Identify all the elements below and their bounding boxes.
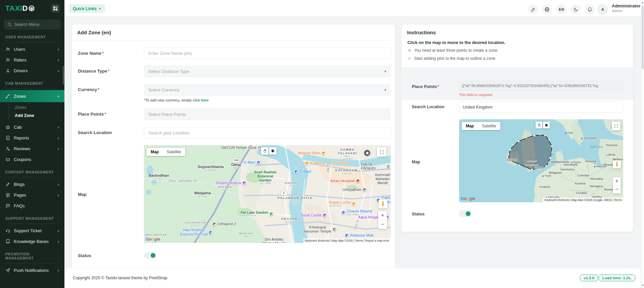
ins-search-location-label: Search Location xyxy=(412,105,444,109)
pan-tool-button[interactable] xyxy=(261,147,268,155)
sidebar-item-blogs[interactable]: Blogs› xyxy=(0,179,64,190)
sidebar-item-label: Zones xyxy=(14,94,54,99)
city-map-label-ved-rd: Ved Rd xyxy=(326,162,329,172)
sidebar-item-knowledge-bases[interactable]: Knowledge Bases› xyxy=(0,236,64,247)
zone-name-input[interactable] xyxy=(144,47,391,59)
sidebar-item-label: Drivers xyxy=(14,68,54,73)
pegman-control[interactable] xyxy=(379,200,387,208)
map-type-satellite-button[interactable]: Satellite xyxy=(478,122,500,130)
europe-map-label-slovakia: Slovakia xyxy=(590,177,603,181)
chevron-right-icon: › xyxy=(58,239,59,244)
scroll-down-arrow[interactable] xyxy=(642,285,644,286)
sidebar-item-pages[interactable]: Pages› xyxy=(0,190,64,200)
scrollbar-thumb[interactable] xyxy=(642,5,644,69)
quick-links-button[interactable]: Quick Links + xyxy=(69,4,105,13)
sidebar-item-cab[interactable]: Cab› xyxy=(0,122,64,132)
poi-pin-icon xyxy=(256,160,261,165)
poi-pin-icon xyxy=(341,210,346,215)
search-location-input[interactable] xyxy=(144,127,391,138)
sidebar-subitem-add-zone[interactable]: Add Zone xyxy=(0,112,64,120)
sidebar-item-reports[interactable]: Reports› xyxy=(0,132,64,143)
page-scrollbar[interactable] xyxy=(641,0,644,288)
city-map-label-malgama: Malgamaમાલગામા xyxy=(194,191,211,198)
fullscreen-icon xyxy=(614,124,618,128)
map-type-map-button[interactable]: Map xyxy=(462,122,478,130)
add-currency-link[interactable]: here xyxy=(201,98,209,102)
fullscreen-button[interactable] xyxy=(612,122,621,130)
load-time-badge[interactable]: Load time: 1.2s. xyxy=(599,275,635,281)
move-icon xyxy=(407,48,411,52)
map-type-satellite-button[interactable]: Satellite xyxy=(163,148,185,156)
zoom-in-button[interactable]: + xyxy=(613,177,621,185)
fullscreen-button[interactable] xyxy=(377,147,386,157)
sidebar-item-riders[interactable]: Riders› xyxy=(0,54,64,65)
sidebar-scrollbar-thumb[interactable] xyxy=(63,66,64,85)
brand-logo[interactable]: TAXID xyxy=(5,4,35,13)
city-map-label-iskcon-temple-surat: ISKCON Temple Surat xyxy=(221,146,262,150)
translate-button[interactable] xyxy=(542,4,552,14)
zone-name-label: Zone Name* xyxy=(78,51,104,56)
zoom-out-button[interactable]: − xyxy=(613,186,621,194)
map-layers-icon[interactable] xyxy=(364,150,370,156)
sidebar-subitem-zones[interactable]: Zones xyxy=(0,104,64,112)
city-map-label-rander: RANDERરાંદેર xyxy=(285,181,299,188)
customizer-button[interactable] xyxy=(528,4,538,14)
distance-type-select[interactable]: Select Distance Type ▾ xyxy=(144,66,391,77)
dark-mode-button[interactable] xyxy=(571,4,581,14)
instructions-card: Instructions Click on the map to move to… xyxy=(402,25,633,232)
chevron-right-icon: › xyxy=(58,193,59,198)
zoom-out-button[interactable]: − xyxy=(378,220,387,229)
map-type-control: Map Satellite xyxy=(462,122,500,130)
profile-menu[interactable]: Administrator Admin xyxy=(612,3,640,13)
sidebar-item-drivers[interactable]: Drivers› xyxy=(0,65,64,76)
sidebar-item-label: Cab xyxy=(14,125,54,130)
sidebar-item-users[interactable]: Users› xyxy=(0,44,64,54)
sidebar-search-input[interactable]: Search Menu xyxy=(4,19,60,30)
place-points-value-field[interactable]: [{"lat":56.85894228452974,"lng":-6.81523… xyxy=(459,81,623,90)
zone-map[interactable]: Map Satellite + − Google xyxy=(144,145,391,243)
zoom-in-button[interactable]: + xyxy=(378,211,387,220)
zone-preview-map[interactable]: Map Satellite + − Google Keyboard shortc… xyxy=(459,119,623,202)
pan-tool-button[interactable] xyxy=(536,122,542,128)
city-map-label-kiran-hospital: Kiran Hospital xyxy=(331,179,360,183)
draw-polygon-button[interactable] xyxy=(269,147,277,155)
notifications-button[interactable] xyxy=(585,4,595,14)
sidebar-item-label: Users xyxy=(14,47,54,52)
ins-search-location-input[interactable] xyxy=(459,101,623,113)
drivers-icon xyxy=(5,68,10,73)
sidebar-item-reviews[interactable]: Reviews› xyxy=(0,143,64,154)
sidebar-item-zones[interactable]: Zones› xyxy=(0,90,64,102)
sidebar-item-support-ticket[interactable]: Support Ticket› xyxy=(0,225,64,236)
poi-pin-icon xyxy=(269,212,274,216)
map-attribution: Keyboard shortcuts | Map data ©2025 Goog… xyxy=(543,198,623,202)
sidebar-item-faqs[interactable]: FAQs xyxy=(0,200,64,211)
sidebar-item-coupons[interactable]: Coupons xyxy=(0,154,64,165)
europe-map-geography xyxy=(459,119,623,202)
status-label: Status xyxy=(78,253,91,258)
place-points-value: Select Place Points xyxy=(148,112,186,117)
pegman-control[interactable] xyxy=(613,160,621,168)
sidebar-item-label: Reviews xyxy=(14,146,54,151)
europe-map-label-stockholm: Stockholm xyxy=(581,137,597,140)
status-toggle[interactable] xyxy=(144,252,156,258)
ins-status-label: Status xyxy=(412,212,425,216)
chevron-right-icon: › xyxy=(58,182,59,187)
taxido-admin-app: TAXID Search Menu USER MANAGEMENTUsers›R… xyxy=(0,0,644,288)
city-map-label-barbodhan: Barbodhanબરબોધન xyxy=(149,173,169,181)
version-badge[interactable]: v1.0.0 xyxy=(580,275,598,281)
currency-select[interactable]: Select Currency ▾ xyxy=(144,84,391,96)
brand-text-green: TAXI xyxy=(5,4,22,13)
map-type-control: Map Satellite xyxy=(147,148,185,156)
place-points-select[interactable]: Select Place Points xyxy=(144,108,391,120)
sidebar-item-push-notifications[interactable]: Push Notifications› xyxy=(0,265,64,276)
profile-avatar[interactable]: A xyxy=(597,4,608,15)
scroll-up-arrow[interactable] xyxy=(642,2,644,3)
language-button[interactable]: EN xyxy=(556,4,566,14)
draw-polygon-button[interactable] xyxy=(543,122,550,128)
map-type-map-button[interactable]: Map xyxy=(147,148,163,156)
chevron-right-icon: › xyxy=(58,68,59,73)
reviews-icon xyxy=(5,146,10,151)
ins-status-toggle[interactable] xyxy=(459,210,472,217)
sidebar-toggle-button[interactable] xyxy=(51,4,60,13)
city-map-label-gopal-locho: Gopal Lochoગોપાલ લોચો xyxy=(329,200,356,208)
